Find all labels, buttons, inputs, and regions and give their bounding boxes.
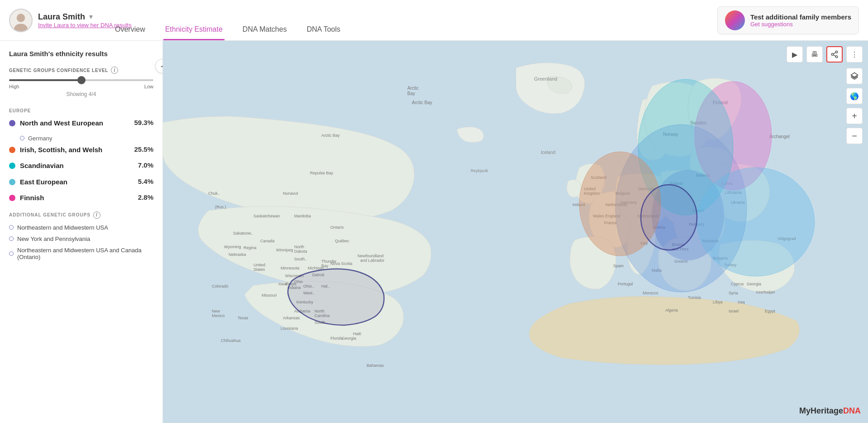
finnish-pct: 2.8%	[138, 193, 153, 201]
sidebar-title: Laura Smith's ethnicity results	[9, 50, 153, 58]
ne-midwestern-canada-name: Northeastern and Midwestern USA and Cana…	[17, 247, 153, 260]
slider-labels: High Low	[9, 84, 153, 89]
app-header: Laura Smith ▼ Invite Laura to view her D…	[0, 0, 868, 41]
share-button[interactable]	[826, 46, 843, 62]
svg-point-111	[697, 168, 815, 276]
slider-thumb[interactable]	[77, 76, 86, 84]
nw-european-pct: 59.3%	[134, 119, 153, 126]
tab-dna-matches[interactable]: DNA Matches	[241, 19, 289, 40]
map-area: Greenland Iceland Reykjavik Norway Swede…	[163, 41, 868, 423]
avatar	[9, 9, 33, 32]
additional-ne-midwestern-canada[interactable]: Northeastern and Midwestern USA and Cana…	[9, 247, 153, 260]
ny-pa-name: New York and Pennsylvania	[17, 236, 90, 242]
user-dropdown-caret: ▼	[88, 13, 94, 20]
test-banner-title: Test additional family members	[750, 13, 851, 21]
confidence-label: GENETIC GROUPS CONFIDENCE LEVEL i	[9, 67, 153, 74]
additional-info-icon[interactable]: i	[93, 212, 100, 219]
ethnicity-irish[interactable]: Irish, Scottish, and Welsh 25.5%	[9, 145, 153, 154]
nw-european-dot	[9, 120, 15, 126]
slider-track	[9, 79, 153, 81]
svg-point-115	[831, 53, 834, 56]
nw-european-name: North and West European	[20, 119, 129, 128]
east-european-pct: 5.4%	[138, 178, 153, 185]
tab-ethnicity-estimate[interactable]: Ethnicity Estimate	[163, 19, 224, 40]
svg-point-1	[14, 24, 28, 32]
test-banner-text: Test additional family members Get sugge…	[750, 13, 851, 28]
svg-point-116	[835, 56, 838, 58]
logo-my: My	[799, 406, 811, 415]
svg-line-117	[833, 55, 835, 56]
ethnicity-scandinavian[interactable]: Scandinavian 7.0%	[9, 161, 153, 170]
irish-dot	[9, 147, 15, 153]
play-button[interactable]: ▶	[787, 46, 803, 62]
europe-section-header: EUROPE	[9, 108, 153, 113]
globe-button[interactable]: 🌎	[846, 88, 863, 104]
east-european-dot	[9, 179, 15, 185]
svg-line-118	[833, 53, 835, 54]
logo-heritage: Heritage	[811, 406, 843, 415]
zoom-in-button[interactable]: +	[846, 108, 863, 124]
test-banner-image	[725, 10, 745, 30]
scandinavian-pct: 7.0%	[138, 161, 153, 169]
ethnicity-overlays	[163, 41, 868, 423]
svg-point-113	[641, 185, 697, 250]
ne-midwestern-dot	[9, 225, 14, 230]
east-european-name: East European	[20, 178, 134, 187]
confidence-section: GENETIC GROUPS CONFIDENCE LEVEL i High L…	[9, 67, 153, 97]
ethnicity-east-european[interactable]: East European 5.4%	[9, 178, 153, 187]
irish-name: Irish, Scottish, and Welsh	[20, 145, 129, 154]
header-right: Test additional family members Get sugge…	[717, 6, 859, 34]
svg-point-0	[17, 14, 25, 22]
print-button[interactable]: 🖶	[806, 46, 823, 62]
map-controls-top: ▶ 🖶 ⋮	[787, 46, 863, 62]
svg-point-114	[835, 51, 838, 53]
logo-dna: DNA	[843, 406, 861, 415]
confidence-slider[interactable]	[9, 79, 153, 81]
finnish-name: Finnish	[20, 193, 134, 202]
additional-ne-midwestern[interactable]: Northeastern and Midwestern USA	[9, 224, 153, 231]
nav-tabs: Overview Ethnicity Estimate DNA Matches …	[113, 19, 342, 40]
ne-midwestern-canada-dot	[9, 251, 14, 256]
ny-pa-dot	[9, 236, 14, 241]
more-options-button[interactable]: ⋮	[846, 46, 863, 62]
germany-dot	[20, 136, 24, 140]
ethnicity-finnish[interactable]: Finnish 2.8%	[9, 193, 153, 202]
scandinavian-dot	[9, 163, 15, 169]
ethnicity-nw-european[interactable]: North and West European 59.3%	[9, 119, 153, 128]
finnish-dot	[9, 195, 15, 201]
sub-germany[interactable]: Germany	[20, 135, 153, 142]
main-layout: ◀ Laura Smith's ethnicity results GENETI…	[0, 41, 868, 423]
germany-name: Germany	[28, 135, 52, 142]
additional-section-header: ADDITIONAL GENETIC GROUPS i	[9, 212, 153, 219]
layers-button[interactable]	[846, 68, 863, 84]
additional-ny-pa[interactable]: New York and Pennsylvania	[9, 236, 153, 242]
irish-pct: 25.5%	[134, 145, 153, 153]
sidebar: ◀ Laura Smith's ethnicity results GENETI…	[0, 41, 163, 423]
map-controls-right: 🌎 + −	[846, 68, 863, 144]
scandinavian-name: Scandinavian	[20, 161, 134, 170]
tab-overview[interactable]: Overview	[113, 19, 147, 40]
confidence-info-icon[interactable]: i	[111, 67, 118, 74]
tab-dna-tools[interactable]: DNA Tools	[305, 19, 342, 40]
zoom-out-button[interactable]: −	[846, 128, 863, 144]
collapse-sidebar-button[interactable]: ◀	[155, 59, 163, 73]
test-banner-link[interactable]: Get suggestions	[750, 21, 851, 28]
showing-text: Showing 4/4	[9, 91, 153, 97]
additional-section: ADDITIONAL GENETIC GROUPS i Northeastern…	[9, 212, 153, 260]
ne-midwestern-name: Northeastern and Midwestern USA	[17, 224, 108, 231]
test-banner[interactable]: Test additional family members Get sugge…	[717, 6, 859, 34]
myheritage-dna-logo: MyHeritageDNA	[799, 406, 861, 416]
